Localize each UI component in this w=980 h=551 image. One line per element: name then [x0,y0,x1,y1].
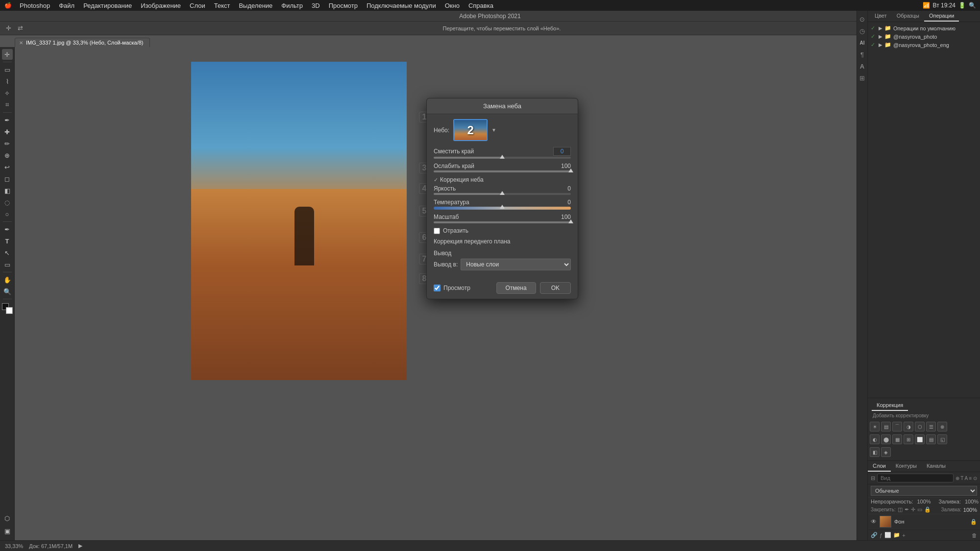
sky-preview-button[interactable]: 2 [453,119,488,141]
eyedropper-tool[interactable]: ✒ [2,115,13,125]
hsl-icon[interactable]: ☰ [926,422,936,431]
menu-help[interactable]: Справка [465,1,497,10]
shift-edge-value[interactable]: 0 [553,147,571,156]
transform-icon[interactable]: ⇄ [16,24,24,33]
posterize-icon[interactable]: ▤ [926,434,936,444]
output-select[interactable]: Новые слои [461,259,571,270]
preview-checkbox[interactable] [434,285,441,291]
temperature-thumb[interactable] [500,205,505,209]
sky-dropdown-arrow[interactable]: ▼ [491,127,496,133]
layers-tab-layers[interactable]: Слои [868,461,891,472]
tab-color[interactable]: Цвет [870,11,892,22]
vibrance-icon[interactable]: ⬡ [915,422,925,431]
invert-checkbox[interactable] [434,228,440,234]
operations-row-1[interactable]: ✓ ▶ 📁 Операции по умолчанию [868,24,980,32]
curves-icon[interactable]: ⌒ [892,422,902,431]
layers-search-input[interactable] [877,474,954,482]
gradient-tool[interactable]: ◧ [2,185,13,196]
lock-transparent-icon[interactable]: ◫ [898,506,903,513]
layer-mode-select[interactable]: Обычные [871,486,977,496]
color-wheel-icon[interactable]: ⊙ [858,15,867,24]
shift-edge-thumb[interactable] [500,155,505,159]
menu-file[interactable]: Файл [55,1,78,10]
menu-window[interactable]: Окно [441,1,464,10]
pen-tool[interactable]: ✒ [2,224,13,235]
paragraph-icon[interactable]: ¶ [858,50,867,59]
move-tool-icon[interactable]: ✛ [4,24,13,33]
grid-icon[interactable]: ⊞ [858,73,867,82]
quick-mask-tool[interactable]: ⬡ [2,513,13,524]
lock-position-icon[interactable]: ✛ [911,506,915,513]
threshold-icon[interactable]: ◱ [937,434,947,444]
layer-visibility-icon[interactable]: 👁 [871,518,877,525]
zoom-tool[interactable]: 🔍 [2,286,13,297]
cancel-button[interactable]: Отмена [496,282,536,294]
operations-row-3[interactable]: ✓ ▶ 📁 @nasyrova_photo_eng [868,41,980,49]
levels-icon[interactable]: ▤ [881,422,891,431]
lock-pixels-icon[interactable]: ✒ [905,506,909,513]
move-tool[interactable]: ✛ [2,49,13,60]
history-icon[interactable]: ◷ [858,26,867,35]
color-balance-icon[interactable]: ⊗ [937,422,947,431]
layer-row-fon[interactable]: 👁 Фон 🔒 [868,514,980,529]
add-style-icon[interactable]: ƒ [880,532,882,538]
color-swatches[interactable] [2,303,13,314]
bw-icon[interactable]: ◐ [870,434,880,444]
menu-edit[interactable]: Редактирование [79,1,136,10]
fade-edge-thumb[interactable] [568,168,573,172]
photo-filter-icon[interactable]: ⬤ [881,434,891,444]
exposure-icon[interactable]: ◑ [904,422,913,431]
shape-tool[interactable]: ▭ [2,259,13,270]
channel-mixer-icon[interactable]: ▦ [892,434,902,444]
menu-text[interactable]: Текст [210,1,234,10]
selective-color-icon[interactable]: ◈ [881,447,891,457]
healing-tool[interactable]: ✚ [2,126,13,137]
brightness-thumb[interactable] [500,191,505,195]
hand-tool[interactable]: ✋ [2,274,13,285]
tab-close-icon[interactable]: ✕ [19,40,23,46]
menu-image[interactable]: Изображение [137,1,185,10]
color-lookup-icon[interactable]: ⊞ [904,434,913,444]
add-mask-icon[interactable]: ⬜ [884,532,891,538]
ok-button[interactable]: OK [540,282,571,294]
operations-row-2[interactable]: ✓ ▶ 📁 @nasyrova_photo [868,32,980,41]
clone-tool[interactable]: ⊕ [2,150,13,161]
dodge-tool[interactable]: ○ [2,209,13,219]
sky-correction-check[interactable]: ✓ [434,177,438,183]
tab-operations[interactable]: Операции [924,11,959,22]
layers-tab-channels[interactable]: Каналы [922,461,951,472]
eraser-tool[interactable]: ◻ [2,173,13,184]
new-layer-icon[interactable]: + [902,532,905,538]
background-color[interactable] [6,307,13,314]
new-group-icon[interactable]: 📁 [893,532,900,538]
lock-all-icon[interactable]: 🔒 [924,506,931,513]
menu-plugins[interactable]: Подключаемые модули [363,1,440,10]
menu-select[interactable]: Выделение [235,1,276,10]
path-select-tool[interactable]: ↖ [2,247,13,258]
layers-tab-paths[interactable]: Контуры [891,461,922,472]
scale-thumb[interactable] [568,219,573,223]
menu-layers[interactable]: Слои [186,1,209,10]
tab-swatches[interactable]: Образцы [892,11,924,22]
menu-photoshop[interactable]: Photoshop [16,1,54,10]
link-layers-icon[interactable]: 🔗 [871,532,878,538]
lock-artboard-icon[interactable]: ▭ [917,506,922,513]
document-tab[interactable]: ✕ IMG_3337 1.jpg @ 33,3% (Небо, Слой-мас… [15,38,150,47]
brightness-contrast-icon[interactable]: ☀ [870,422,880,431]
crop-tool[interactable]: ⌗ [2,99,13,110]
menu-3d[interactable]: 3D [308,1,324,10]
menu-filter[interactable]: Фильтр [277,1,307,10]
blur-tool[interactable]: ◌ [2,197,13,208]
apple-menu[interactable]: 🍎 [4,1,12,9]
lasso-tool[interactable]: ⌇ [2,76,13,87]
gradient-map-icon[interactable]: ◧ [870,447,880,457]
menu-view[interactable]: Просмотр [325,1,362,10]
screen-mode[interactable]: ▣ [2,526,13,536]
type-tool[interactable]: T [2,236,13,246]
delete-layer-icon[interactable]: 🗑 [972,532,977,538]
invert-icon[interactable]: ⬜ [915,434,925,444]
quick-select-tool[interactable]: ✧ [2,88,13,98]
brush-tool[interactable]: ✏ [2,138,13,149]
marquee-tool[interactable]: ▭ [2,64,13,75]
history-brush[interactable]: ↩ [2,162,13,172]
